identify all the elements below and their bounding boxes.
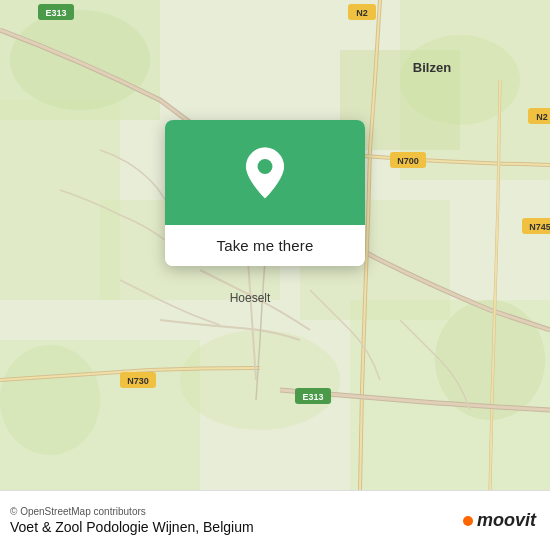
moovit-dot-icon: [463, 516, 473, 526]
moovit-logo: moovit: [463, 510, 536, 531]
osm-credit: © OpenStreetMap contributors: [10, 506, 254, 517]
place-name: Voet & Zool Podologie Wijnen, Belgium: [10, 519, 254, 535]
e313-bottom-label: E313: [302, 392, 323, 402]
popup-green-area: [165, 120, 365, 225]
footer-left: © OpenStreetMap contributors Voet & Zool…: [10, 506, 254, 535]
n2-right-label: N2: [536, 112, 548, 122]
map-container: E313 E313 N2 N2 N700 N745 N730 Bilzen Ho…: [0, 0, 550, 490]
take-me-there-button[interactable]: Take me there: [165, 225, 365, 266]
location-pin-icon: [243, 146, 287, 200]
n700-label: N700: [397, 156, 419, 166]
footer-bar: © OpenStreetMap contributors Voet & Zool…: [0, 490, 550, 550]
n730-label: N730: [127, 376, 149, 386]
svg-point-10: [400, 35, 520, 125]
bilzen-label: Bilzen: [413, 60, 451, 75]
hoeselt-label: Hoeselt: [230, 291, 271, 305]
n745-label: N745: [529, 222, 550, 232]
popup-card: Take me there: [165, 120, 365, 266]
n2-top-label: N2: [356, 8, 368, 18]
e313-top-label: E313: [45, 8, 66, 18]
svg-point-21: [258, 159, 273, 174]
svg-point-12: [0, 345, 100, 455]
moovit-wordmark: moovit: [477, 510, 536, 531]
